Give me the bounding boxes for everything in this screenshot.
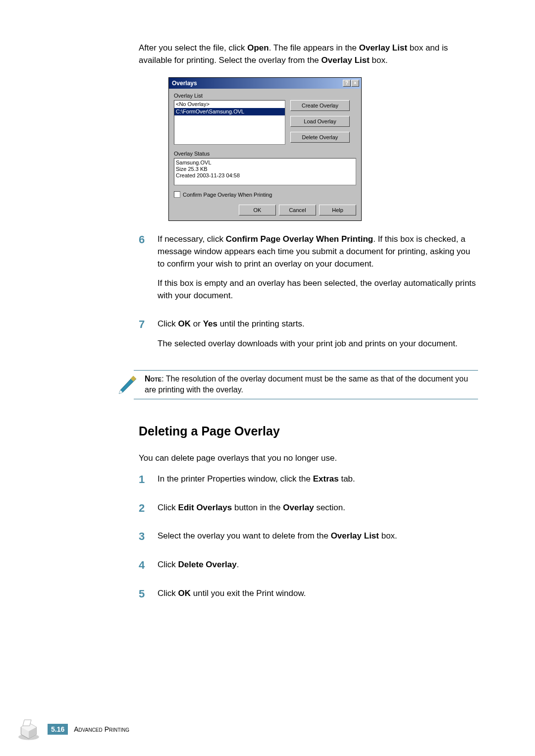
- del-step-2: 2 Click Edit Overlays button in the Over…: [139, 502, 478, 522]
- step-number: 7: [139, 318, 149, 357]
- intro-paragraph: After you select the file, click Open. T…: [139, 42, 478, 66]
- printer-icon: [16, 716, 42, 742]
- pencil-icon: [116, 374, 139, 396]
- confirm-checkbox-label: Confirm Page Overlay When Printing: [183, 192, 272, 198]
- load-overlay-button[interactable]: Load Overlay: [290, 116, 350, 127]
- step-7: 7 Click OK or Yes until the printing sta…: [139, 318, 478, 357]
- status-label: Overlay Status: [174, 151, 356, 157]
- close-icon[interactable]: ×: [351, 80, 359, 87]
- step-number: 5: [139, 588, 149, 607]
- step-6: 6 If necessary, click Confirm Page Overl…: [139, 233, 478, 309]
- overlays-dialog: Overlays ? × Overlay List <No Overlay> C…: [168, 77, 362, 221]
- status-box: Samsung.OVL Size 25.3 KB Created 2003-11…: [174, 158, 356, 185]
- note-block: Note: The resolution of the overlay docu…: [134, 370, 478, 399]
- step-number: 2: [139, 502, 149, 522]
- delete-overlay-button[interactable]: Delete Overlay: [290, 132, 350, 143]
- deleting-heading: Deleting a Page Overlay: [139, 424, 478, 438]
- step-number: 6: [139, 233, 149, 309]
- list-item[interactable]: <No Overlay>: [174, 101, 285, 108]
- help-icon[interactable]: ?: [343, 80, 351, 87]
- overlay-listbox[interactable]: <No Overlay> C:\FormOver\Samsung.OVL: [174, 100, 285, 145]
- status-line: Size 25.3 KB: [176, 166, 354, 172]
- create-overlay-button[interactable]: Create Overlay: [290, 100, 350, 111]
- status-line: Samsung.OVL: [176, 160, 354, 166]
- delete-intro: You can delete page overlays that you no…: [139, 452, 478, 465]
- chapter-title: Advanced Printing: [74, 725, 129, 733]
- help-button[interactable]: Help: [319, 205, 356, 216]
- overlay-list-label: Overlay List: [174, 93, 356, 99]
- ok-button[interactable]: OK: [239, 205, 276, 216]
- del-step-4: 4 Click Delete Overlay.: [139, 559, 478, 579]
- del-step-1: 1 In the printer Properties window, clic…: [139, 473, 478, 493]
- del-step-3: 3 Select the overlay you want to delete …: [139, 530, 478, 550]
- step-number: 1: [139, 473, 149, 493]
- dialog-title: Overlays: [171, 80, 197, 87]
- page-footer: 5.16 Advanced Printing: [16, 716, 129, 742]
- svg-rect-4: [23, 720, 31, 726]
- page-number: 5.16: [48, 724, 68, 735]
- step-number: 3: [139, 530, 149, 550]
- del-step-5: 5 Click OK until you exit the Print wind…: [139, 588, 478, 607]
- status-line: Created 2003-11-23 04:58: [176, 172, 354, 179]
- step-number: 4: [139, 559, 149, 579]
- cancel-button[interactable]: Cancel: [279, 205, 316, 216]
- confirm-checkbox[interactable]: [174, 191, 180, 198]
- dialog-titlebar[interactable]: Overlays ? ×: [169, 78, 361, 89]
- list-item-selected[interactable]: C:\FormOver\Samsung.OVL: [174, 108, 285, 115]
